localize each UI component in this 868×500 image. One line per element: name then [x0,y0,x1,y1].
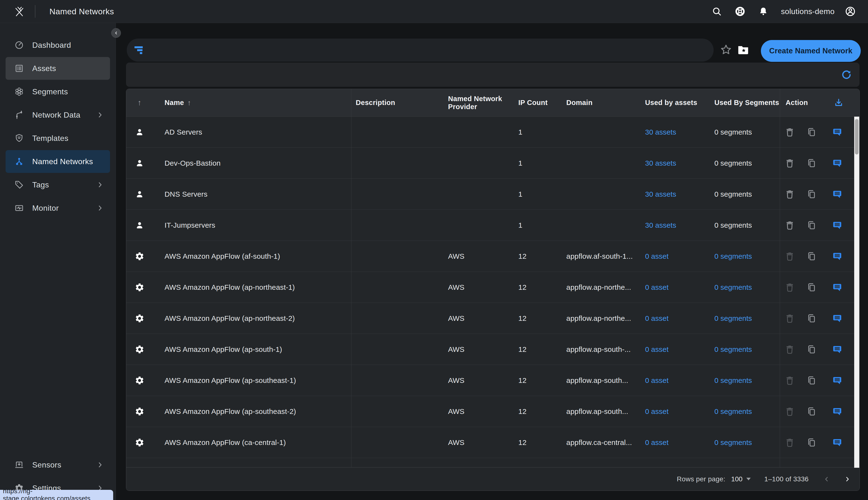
segments-link[interactable]: 0 segments [714,439,752,447]
comment-icon[interactable] [832,344,843,355]
table-row[interactable]: AWS Amazon AppFlow (ca-central-1)AWS12ap… [126,427,859,458]
network-provider: AWS [448,345,465,354]
table-row[interactable]: AWS Amazon AppFlow (ap-south-1)AWS12appf… [126,334,859,365]
copy-icon[interactable] [806,437,817,448]
copy-icon[interactable] [806,158,817,169]
table-row[interactable]: DNS Servers130 assets0 segments [126,179,859,210]
trash-icon[interactable] [784,220,795,231]
sensors-icon [14,460,24,470]
copy-icon[interactable] [806,127,817,137]
sidebar-item-network-data[interactable]: Network Data [5,104,110,126]
assets-link[interactable]: 0 asset [645,439,669,447]
column-header-used-by-assets[interactable]: Used by assets [641,99,710,107]
status-url-tooltip: https://ng-stage.colortokens.com/assets [0,490,113,500]
network-provider: AWS [448,407,465,416]
assets-link[interactable]: 0 asset [645,252,669,260]
sidebar-item-assets[interactable]: Assets [5,57,110,80]
column-header-provider[interactable]: Named Network Provider [444,95,514,111]
saved-filters-folder-icon[interactable] [737,43,750,57]
table-row[interactable]: AWS Amazon AppFlow (ap-northeast-1)AWS12… [126,272,859,303]
table-row[interactable]: AWS Amazon AppFlow (ap-southeast-2)AWS12… [126,396,859,427]
assets-link[interactable]: 30 assets [645,159,676,167]
assets-link[interactable]: 0 asset [645,376,669,385]
segments-link[interactable]: 0 segments [714,252,752,260]
main-content: Create Named Network ↑ Name↑ Description… [116,23,868,500]
column-header-domain[interactable]: Domain [562,99,641,107]
sidebar-item-tags[interactable]: Tags [5,173,110,196]
rows-per-page-select[interactable]: 100 [731,475,751,483]
copy-icon[interactable] [806,344,817,355]
copy-icon[interactable] [806,189,817,200]
trash-icon[interactable] [784,189,795,200]
help-icon[interactable] [734,5,747,18]
table-row[interactable]: AWS Amazon AppFlow (af-south-1)AWS12appf… [126,241,859,272]
assets-link[interactable]: 0 asset [645,345,669,354]
column-sort-all[interactable]: ↑ [126,98,153,107]
sidebar-item-label: Monitor [32,204,59,213]
search-icon[interactable] [710,5,723,18]
sidebar-item-templates[interactable]: Templates [5,127,110,150]
comment-icon[interactable] [832,220,843,231]
sidebar-item-segments[interactable]: Segments [5,80,110,103]
favorite-star-icon[interactable] [720,43,732,56]
assets-link[interactable]: 30 assets [645,221,676,229]
trash-icon[interactable] [784,127,795,137]
column-header-used-by-segments[interactable]: Used By Segments [710,99,780,107]
scrollbar-thumb[interactable] [855,119,858,155]
segments-link[interactable]: 0 segments [714,345,752,354]
comment-icon[interactable] [832,282,843,293]
sidebar-item-sensors[interactable]: Sensors [5,453,110,476]
table-row[interactable]: AWS Amazon AppFlow (ap-northeast-2)AWS12… [126,303,859,334]
column-header-ip-count[interactable]: IP Count [514,99,562,107]
segments-link[interactable]: 0 segments [714,376,752,385]
copy-icon[interactable] [806,220,817,231]
assets-link[interactable]: 30 assets [645,190,676,198]
comment-icon[interactable] [832,127,843,137]
assets-link[interactable]: 0 asset [645,283,669,292]
network-domain: appflow.ap-south... [566,407,628,416]
person-icon [135,158,144,168]
copy-icon[interactable] [806,313,817,324]
network-name: AWS Amazon AppFlow (ap-northeast-1) [165,283,295,292]
segments-link[interactable]: 0 segments [714,314,752,322]
network-domain: appflow.ap-northe... [566,283,631,292]
table-row[interactable]: Dev-Ops-Bastion130 assets0 segments [126,148,859,179]
comment-icon[interactable] [832,375,843,386]
segments-link[interactable]: 0 segments [714,407,752,416]
comment-icon[interactable] [832,251,843,262]
comment-icon[interactable] [832,313,843,324]
sidebar-item-named-networks[interactable]: Named Networks [5,150,110,173]
copy-icon[interactable] [806,282,817,293]
assets-link[interactable]: 0 asset [645,407,669,416]
refresh-icon[interactable] [840,68,853,81]
table-row[interactable]: AWS Amazon AppFlow (ap-southeast-1)AWS12… [126,365,859,396]
table-body: AD Servers130 assets0 segmentsDev-Ops-Ba… [126,117,859,468]
comment-icon[interactable] [832,189,843,200]
segments-link[interactable]: 0 segments [714,283,752,292]
column-header-name[interactable]: Name↑ [153,99,351,107]
table-scrollbar[interactable] [854,117,859,468]
assets-link[interactable]: 30 assets [645,128,676,136]
table-row[interactable]: AD Servers130 assets0 segments [126,117,859,148]
download-icon[interactable] [833,98,844,108]
filter-search-input[interactable] [127,38,714,61]
assets-link[interactable]: 0 asset [645,314,669,322]
sidebar-item-label: Segments [32,87,68,96]
comment-icon[interactable] [832,158,843,169]
trash-icon[interactable] [784,158,795,169]
table-row[interactable]: IT-Jumpservers130 assets0 segments [126,210,859,241]
topbar-actions: solutions-demo [700,5,857,18]
account-icon[interactable] [844,5,857,18]
column-header-description[interactable]: Description [351,89,444,116]
sidebar-collapse-button[interactable] [111,28,121,38]
comment-icon[interactable] [832,406,843,417]
sidebar-item-monitor[interactable]: Monitor [5,197,110,219]
sidebar-item-dashboard[interactable]: Dashboard [5,34,110,57]
copy-icon[interactable] [806,375,817,386]
copy-icon[interactable] [806,406,817,417]
notifications-bell-icon[interactable] [757,5,770,18]
next-page-button[interactable] [842,474,853,485]
comment-icon[interactable] [832,437,843,448]
copy-icon[interactable] [806,251,817,262]
create-named-network-button[interactable]: Create Named Network [761,40,861,62]
